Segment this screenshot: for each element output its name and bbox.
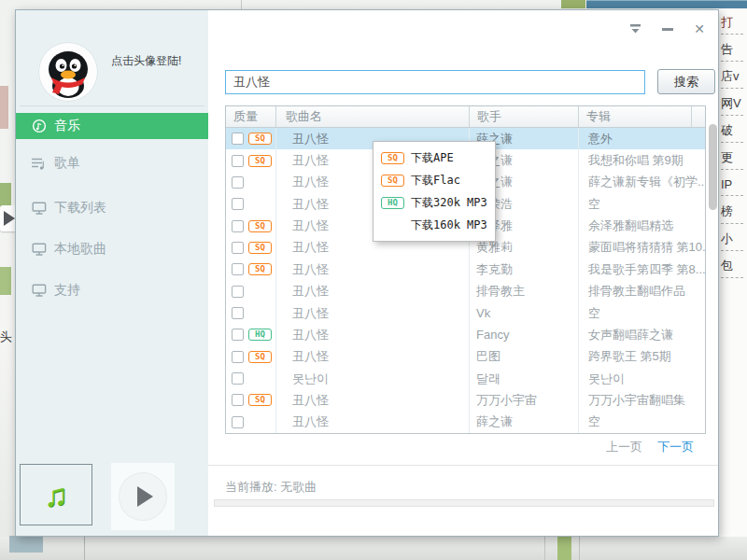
row-checkbox[interactable] [232,220,244,232]
album-name: 佘泽雅翻唱精选 [578,215,705,236]
row-checkbox[interactable] [232,263,244,275]
search-input[interactable] [225,70,645,94]
quality-badge-hq: HQ [381,197,404,209]
singer-name: 李克勤 [469,259,578,280]
background-decor-square [9,536,43,553]
fragment-label: 打 [721,15,733,29]
now-playing-label: 当前播放: 无歌曲 [225,479,317,496]
context-menu-item[interactable]: SQ下载APE [374,147,495,169]
next-page-link[interactable]: 下一页 [657,439,694,455]
minimize-button[interactable] [662,28,673,31]
row-checkbox[interactable] [232,372,244,385]
fragment-label: 更 [721,150,733,164]
song-name: 丑八怪 [275,346,469,368]
table-row[interactable]: 丑八怪排骨教主排骨教主翻唱作品 [226,281,705,302]
desktop-text-fragment: 小 [721,230,747,257]
sidebar-item-playlists[interactable]: 歌单 [16,150,208,176]
album-name: 意外 [578,128,705,149]
context-menu-item[interactable]: 下载160k MP3 [374,214,495,236]
fragment-dashed-line [721,34,743,35]
fragment-dashed-line [721,88,743,89]
scrollbar-thumb[interactable] [709,124,717,210]
play-icon [137,486,153,507]
album-name: 空 [578,412,705,433]
music-note-icon: ♫ [44,477,68,513]
fragment-dashed-line [721,195,743,196]
search-button[interactable]: 搜索 [657,69,715,94]
background-text-fragment: 头 [0,329,12,345]
fragment-label: IP [721,177,732,191]
quality-cell: SQ [226,259,275,280]
skin-menu-button[interactable] [629,24,641,35]
song-name: 丑八怪 [275,389,469,411]
background-text-column: 打告店v网V破更IP榜小包 [721,13,747,284]
quality-badge-sq: SQ [381,175,404,187]
fragment-label: 告 [721,42,733,56]
row-checkbox[interactable] [232,416,244,428]
sidebar-divider [20,105,204,106]
menu-item-label: 下载Flac [411,173,460,189]
window-controls: ✕ [629,21,705,36]
table-row[interactable]: 丑八怪薛之谦空 [226,412,705,433]
playlist-icon [31,156,47,171]
background-decor-square [561,0,585,8]
qq-penguin-avatar[interactable] [38,42,98,102]
row-checkbox[interactable] [232,198,244,210]
album-name: 蒙面唱将猜猜猜 第10... [578,237,705,259]
app-window: 点击头像登陆! 音乐歌单下载列表本地歌曲支持 ♫ ✕ [15,9,719,537]
pagination: 上一页 下一页 [606,439,694,455]
main-panel: ✕ 搜索 质量歌曲名歌手专辑 SQ丑八怪薛之谦意外SQ丑八怪薛之谦我想和你唱 第… [208,10,718,536]
playback-progress-bar[interactable] [214,499,714,507]
sidebar-item-label: 支持 [54,282,80,299]
album-name: 万万小宇宙翻唱集 [578,389,705,411]
table-row[interactable]: HQ丑八怪Fancy女声翻唱薛之谦 [226,324,705,345]
background-line [579,537,580,560]
fragment-label: 网V [721,96,741,110]
fragment-label: 破 [721,123,733,137]
sidebar-item-downloads[interactable]: 下载列表 [16,195,208,221]
fragment-label: 榜 [721,204,733,218]
table-row[interactable]: 丑八怪Vk空 [226,302,705,324]
fragment-dashed-line [721,277,743,278]
row-checkbox[interactable] [232,394,244,406]
background-decor-strip [0,86,8,129]
album-name: 空 [578,302,705,324]
download-context-menu: SQ下载APESQ下载FlacHQ下载320k MP3下载160k MP3 [373,141,496,242]
row-checkbox[interactable] [232,155,244,167]
table-row[interactable]: SQ丑八怪万万小宇宙万万小宇宙翻唱集 [226,389,705,411]
fragment-dashed-line [721,61,743,62]
desktop-text-fragment: 网V [721,94,747,121]
background-decor-strip [557,536,571,560]
sidebar-item-music[interactable]: 音乐 [16,113,208,139]
sidebar-menu: 音乐歌单下载列表本地歌曲支持 [16,113,208,303]
table-row[interactable]: SQ丑八怪巴图跨界歌王 第5期 [226,346,705,368]
close-button[interactable]: ✕ [694,21,705,36]
song-name: 丑八怪 [275,324,469,345]
close-icon: ✕ [694,21,705,36]
fragment-label: 店v [721,69,740,83]
skin-menu-icon [629,24,641,35]
album-name: 我是歌手第四季 第8... [578,259,705,280]
row-checkbox[interactable] [232,329,244,341]
row-checkbox[interactable] [232,242,244,254]
row-checkbox[interactable] [232,351,244,363]
sidebar-item-local-songs[interactable]: 本地歌曲 [16,236,208,262]
sidebar-item-label: 音乐 [54,118,80,134]
monitor-icon [31,201,47,216]
play-button[interactable] [119,472,167,521]
album-art-placeholder[interactable]: ♫ [20,464,92,525]
row-checkbox[interactable] [232,176,244,189]
music-note-icon [31,119,47,133]
prev-page-link[interactable]: 上一页 [606,439,642,455]
row-checkbox[interactable] [232,133,244,145]
quality-cell [226,412,275,433]
sidebar-item-support[interactable]: 支持 [16,277,208,303]
table-row[interactable]: 못난이달래못난이 [226,368,705,389]
context-menu-item[interactable]: HQ下载320k MP3 [374,191,495,214]
column-header-2: 歌手 [469,106,578,127]
table-row[interactable]: SQ丑八怪李克勤我是歌手第四季 第8... [226,259,705,280]
context-menu-item[interactable]: SQ下载Flac [374,169,495,191]
row-checkbox[interactable] [232,286,244,298]
quality-cell [226,368,275,389]
row-checkbox[interactable] [232,307,244,319]
